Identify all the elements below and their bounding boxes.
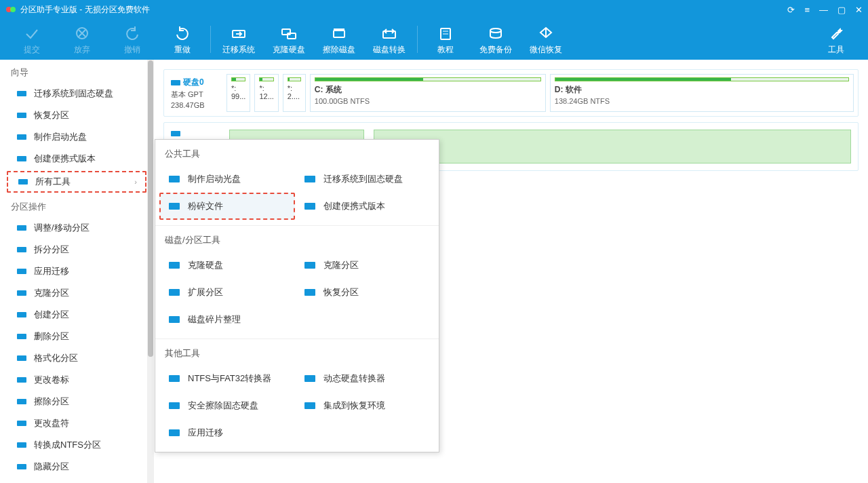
sidebar-item-7[interactable]: 更改卷标 bbox=[0, 369, 153, 391]
popup-item[interactable]: 制作启动光盘 bbox=[159, 166, 295, 193]
popup-item[interactable]: NTFS与FAT32转换器 bbox=[159, 365, 295, 392]
partition-c[interactable]: C: 系统100.00GB NTFS bbox=[310, 74, 546, 112]
popup-section-public: 公共工具 bbox=[155, 140, 439, 166]
sidebar-item-label: 隐藏分区 bbox=[34, 461, 69, 473]
sidebar-item-label: 创建便携式版本 bbox=[34, 153, 96, 165]
popup-item[interactable]: 动态硬盘转换器 bbox=[295, 365, 431, 392]
backup-icon bbox=[488, 24, 504, 43]
sidebar-item-label: 擦除分区 bbox=[34, 395, 69, 408]
popup-item-icon bbox=[303, 399, 317, 412]
sidebar-item-1[interactable]: 拆分分区 bbox=[0, 239, 153, 260]
disk-row-0[interactable]: 硬盘0 基本 GPT 238.47GB *:99... *:12... *:2.… bbox=[163, 69, 859, 117]
popup-item[interactable]: 集成到恢复环境 bbox=[295, 392, 431, 419]
svg-point-1 bbox=[10, 7, 16, 12]
partition-small-1[interactable]: *:12... bbox=[254, 74, 278, 112]
tutorial-icon bbox=[437, 24, 454, 43]
sidebar-item-icon bbox=[16, 331, 27, 342]
toolbar-convert-button[interactable]: 磁盘转换 bbox=[364, 19, 414, 60]
popup-item-label: NTFS与FAT32转换器 bbox=[188, 372, 271, 385]
popup-item-icon bbox=[167, 372, 181, 385]
toolbar-tutorial-button[interactable]: 教程 bbox=[420, 19, 471, 60]
sidebar-item-0[interactable]: 迁移系统到固态硬盘 bbox=[0, 83, 153, 104]
popup-item[interactable]: 安全擦除固态硬盘 bbox=[159, 392, 295, 419]
sidebar-item-3[interactable]: 创建便携式版本 bbox=[0, 148, 153, 170]
popup-item[interactable]: 粉碎文件 bbox=[159, 193, 295, 220]
toolbar-wechat-button[interactable]: 微信恢复 bbox=[521, 19, 571, 60]
toolbar-redo-button[interactable]: 重做 bbox=[157, 19, 208, 60]
sidebar-item-12[interactable]: 转换成逻辑分区 bbox=[0, 478, 153, 483]
popup-item-icon bbox=[167, 172, 181, 186]
sidebar-item-icon bbox=[16, 440, 27, 450]
sidebar-item-6[interactable]: 格式化分区 bbox=[0, 347, 153, 369]
popup-item-icon bbox=[167, 258, 181, 272]
sidebar-item-icon bbox=[16, 396, 27, 407]
toolbar-clone-button[interactable]: 克隆硬盘 bbox=[264, 19, 314, 60]
svg-rect-40 bbox=[304, 262, 315, 269]
svg-rect-48 bbox=[169, 429, 180, 436]
sidebar-item-9[interactable]: 更改盘符 bbox=[0, 412, 153, 434]
toolbar-backup-button[interactable]: 免费备份 bbox=[471, 19, 521, 60]
window-title: 分区助手专业版 - 无损分区免费软件 bbox=[20, 4, 787, 16]
popup-item[interactable]: 克隆分区 bbox=[295, 252, 431, 279]
sidebar-item-11[interactable]: 隐藏分区 bbox=[0, 456, 153, 478]
sidebar-item-label: 格式化分区 bbox=[34, 352, 78, 364]
sidebar-item-2[interactable]: 应用迁移 bbox=[0, 260, 153, 282]
sidebar-item-4[interactable]: 所有工具› bbox=[7, 171, 146, 193]
popup-item-label: 克隆分区 bbox=[323, 259, 359, 271]
sidebar-item-icon bbox=[16, 418, 27, 429]
popup-item[interactable]: 扩展分区 bbox=[159, 279, 295, 306]
svg-rect-35 bbox=[169, 176, 180, 182]
svg-rect-17 bbox=[17, 134, 26, 140]
popup-item-label: 克隆硬盘 bbox=[188, 259, 223, 271]
svg-rect-44 bbox=[169, 375, 180, 382]
svg-rect-43 bbox=[169, 316, 180, 323]
maximize-button[interactable]: ▢ bbox=[837, 5, 846, 15]
sidebar-item-icon bbox=[16, 288, 27, 298]
popup-item-label: 迁移系统到固态硬盘 bbox=[323, 173, 403, 185]
popup-item-label: 粉碎文件 bbox=[188, 200, 223, 212]
popup-item[interactable]: 创建便携式版本 bbox=[295, 193, 431, 220]
popup-item[interactable]: 恢复分区 bbox=[295, 279, 431, 306]
partition-small-0[interactable]: *:99... bbox=[226, 74, 250, 112]
sidebar-item-4[interactable]: 创建分区 bbox=[0, 304, 153, 326]
svg-rect-15 bbox=[17, 91, 26, 96]
popup-item-icon bbox=[303, 372, 317, 385]
svg-rect-39 bbox=[169, 262, 180, 269]
popup-item[interactable]: 磁盘碎片整理 bbox=[159, 306, 295, 333]
toolbar-migrate-button[interactable]: 迁移系统 bbox=[214, 19, 264, 60]
toolbar-wipe-button[interactable]: 擦除磁盘 bbox=[314, 19, 364, 60]
sidebar-item-2[interactable]: 制作启动光盘 bbox=[0, 126, 153, 148]
svg-point-14 bbox=[490, 28, 501, 33]
toolbar-tools-button[interactable]: 工具 bbox=[811, 19, 861, 60]
popup-item-label: 应用迁移 bbox=[188, 427, 223, 439]
sidebar-item-3[interactable]: 克隆分区 bbox=[0, 282, 153, 304]
svg-rect-28 bbox=[17, 399, 26, 404]
sidebar-item-10[interactable]: 转换成NTFS分区 bbox=[0, 434, 153, 456]
svg-rect-21 bbox=[17, 247, 26, 252]
disk-info: 硬盘0 基本 GPT 238.47GB bbox=[168, 74, 222, 112]
sidebar-item-8[interactable]: 擦除分区 bbox=[0, 391, 153, 412]
menu-button[interactable]: ≡ bbox=[804, 5, 810, 15]
partition-d[interactable]: D: 软件138.24GB NTFS bbox=[550, 74, 854, 112]
sidebar-item-label: 更改盘符 bbox=[34, 417, 69, 429]
sidebar-item-icon bbox=[16, 223, 27, 233]
minimize-button[interactable]: — bbox=[819, 5, 828, 15]
sidebar-scrollbar[interactable] bbox=[147, 60, 154, 483]
svg-rect-19 bbox=[18, 179, 28, 185]
popup-item-label: 安全擦除固态硬盘 bbox=[188, 400, 258, 412]
sidebar-group-partition-ops: 分区操作 bbox=[0, 194, 153, 217]
popup-item[interactable]: 克隆硬盘 bbox=[159, 252, 295, 279]
svg-rect-8 bbox=[334, 31, 344, 37]
svg-rect-31 bbox=[17, 464, 26, 469]
sidebar-item-0[interactable]: 调整/移动分区 bbox=[0, 217, 153, 239]
wipe-icon bbox=[331, 24, 347, 43]
sidebar-item-1[interactable]: 恢复分区 bbox=[0, 104, 153, 126]
refresh-button[interactable]: ⟳ bbox=[787, 5, 795, 15]
partition-small-2[interactable]: *:2.... bbox=[283, 74, 306, 112]
svg-rect-29 bbox=[17, 421, 26, 426]
popup-item[interactable]: 应用迁移 bbox=[159, 419, 295, 446]
close-button[interactable]: ✕ bbox=[855, 5, 863, 15]
sidebar-item-5[interactable]: 删除分区 bbox=[0, 326, 153, 347]
chevron-right-icon: › bbox=[134, 178, 137, 186]
popup-item[interactable]: 迁移系统到固态硬盘 bbox=[295, 166, 431, 193]
